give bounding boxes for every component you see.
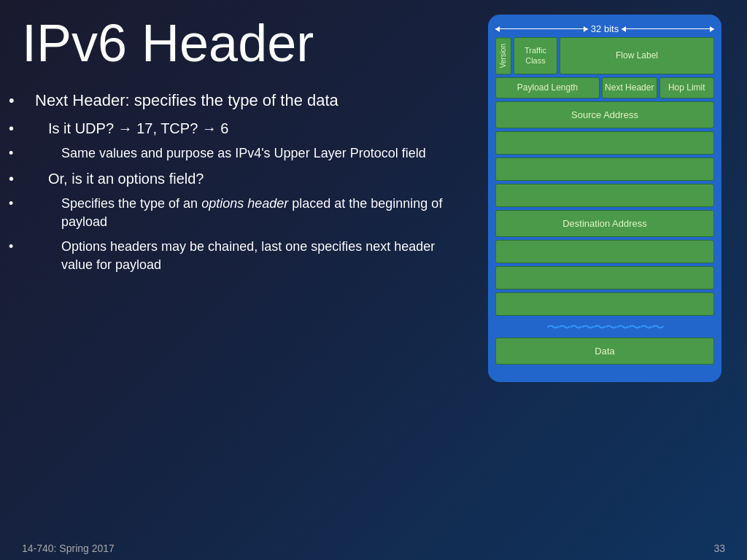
version-cell: Version: [495, 37, 511, 74]
flow-label-cell: Flow Label: [560, 37, 714, 74]
source-address-row4: [495, 184, 714, 207]
bullet-list: Next Header: specifies the type of the d…: [22, 90, 470, 274]
list-item: Next Header: specifies the type of the d…: [22, 90, 470, 112]
bullet-text: Specifies the type of an options header …: [61, 196, 442, 229]
main-content: IPv6 Header Next Header: specifies the t…: [0, 0, 747, 537]
bits-arrow-right: [622, 28, 714, 29]
bullet-text: Is it UDP? → 17, TCP? → 6: [48, 120, 229, 136]
list-item: Is it UDP? → 17, TCP? → 6: [22, 118, 470, 139]
next-header-cell: Next Header: [602, 77, 657, 98]
bullet-text: Or, is it an options field?: [48, 171, 204, 187]
bits-arrow-left: [495, 28, 588, 29]
source-address-cell: Source Address: [495, 101, 714, 128]
footer: 14-740: Spring 2017 33: [0, 537, 747, 560]
dest-address-row3: [495, 266, 714, 289]
slide-number: 33: [713, 542, 725, 554]
bullet-text: Options headers may be chained, last one…: [61, 239, 435, 272]
row1: Version Traffic Class Flow Label: [495, 37, 714, 74]
dest-address-cell: Destination Address: [495, 210, 714, 237]
list-item: Specifies the type of an options header …: [22, 195, 470, 231]
slide: IPv6 Header Next Header: specifies the t…: [0, 0, 747, 560]
course-label: 14-740: Spring 2017: [22, 542, 115, 554]
hop-limit-cell: Hop Limit: [659, 77, 715, 98]
traffic-class-cell: Traffic Class: [514, 37, 557, 74]
list-item: Or, is it an options field?: [22, 168, 470, 189]
dest-address-row4: [495, 292, 714, 316]
ipv6-diagram: 32 bits Version Traffic Class Flow Label…: [488, 15, 721, 382]
bits-label: 32 bits: [495, 23, 714, 34]
right-panel: 32 bits Version Traffic Class Flow Label…: [484, 15, 725, 529]
list-item: Same values and purpose as IPv4's Upper …: [22, 144, 470, 163]
bits-text: 32 bits: [591, 23, 619, 34]
source-address-row2: [495, 131, 714, 155]
dest-address-row2: [495, 240, 714, 263]
data-cell: Data: [495, 338, 714, 365]
page-title: IPv6 Header: [22, 15, 470, 72]
source-address-row3: [495, 158, 714, 181]
payload-length-cell: Payload Length: [495, 77, 600, 98]
bullet-text: Same values and purpose as IPv4's Upper …: [61, 146, 426, 160]
row2: Payload Length Next Header Hop Limit: [495, 77, 714, 98]
left-panel: IPv6 Header Next Header: specifies the t…: [22, 15, 484, 529]
bullet-text: Next Header: specifies the type of the d…: [35, 91, 338, 109]
list-item: Options headers may be chained, last one…: [22, 238, 470, 274]
wavy-divider: 〜〜〜〜〜〜〜〜〜〜: [495, 319, 714, 336]
